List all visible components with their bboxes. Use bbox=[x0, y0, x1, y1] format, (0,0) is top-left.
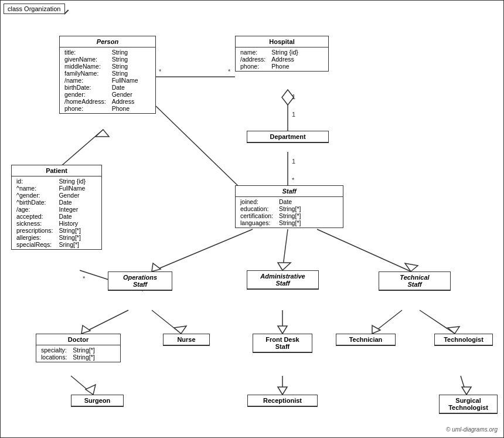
svg-marker-26 bbox=[174, 326, 186, 334]
class-technical-staff-header: TechnicalStaff bbox=[379, 272, 450, 290]
class-patient: Patient id:String {id} ^name:FullName ^g… bbox=[11, 165, 102, 250]
class-person: Person title:String givenName:String mid… bbox=[59, 36, 156, 114]
svg-marker-18 bbox=[152, 263, 161, 271]
svg-line-10 bbox=[59, 130, 103, 168]
class-nurse-header: Nurse bbox=[164, 334, 209, 345]
svg-line-25 bbox=[152, 310, 181, 334]
class-front-desk-staff: Front DeskStaff bbox=[253, 334, 312, 353]
class-patient-body: id:String {id} ^name:FullName ^gender:Ge… bbox=[12, 176, 101, 249]
class-technologist-header: Technologist bbox=[435, 334, 492, 345]
class-patient-header: Patient bbox=[12, 165, 101, 176]
uml-diagram: class Organization * * 1 1 1 * * * bbox=[0, 0, 504, 438]
class-hospital-header: Hospital bbox=[236, 36, 328, 47]
class-doctor-header: Doctor bbox=[36, 334, 120, 345]
class-surgical-technologist: SurgicalTechnologist bbox=[439, 395, 498, 414]
class-hospital: Hospital name:String {id} /address:Addre… bbox=[235, 36, 329, 72]
svg-text:1: 1 bbox=[292, 111, 295, 118]
svg-marker-32 bbox=[448, 327, 459, 334]
class-administrative-staff-header: AdministrativeStaff bbox=[247, 271, 318, 289]
class-surgeon-header: Surgeon bbox=[71, 395, 123, 406]
class-department-header: Department bbox=[247, 131, 328, 142]
class-doctor-body: specialty:String[*] locations:String[*] bbox=[36, 345, 120, 362]
svg-line-29 bbox=[372, 310, 402, 334]
class-hospital-body: name:String {id} /address:Address phone:… bbox=[236, 47, 328, 71]
class-surgeon: Surgeon bbox=[71, 395, 124, 407]
class-technical-staff: TechnicalStaff bbox=[379, 271, 451, 291]
svg-text:1: 1 bbox=[292, 158, 295, 165]
class-staff: Staff joined:Date education:String[*] ce… bbox=[235, 185, 343, 228]
svg-text:1: 1 bbox=[292, 93, 295, 100]
diagram-title: class Organization bbox=[4, 4, 65, 14]
svg-line-31 bbox=[420, 310, 455, 334]
class-receptionist: Receptionist bbox=[247, 395, 318, 407]
class-technician: Technician bbox=[336, 334, 396, 346]
svg-marker-11 bbox=[96, 130, 109, 137]
svg-text:*: * bbox=[159, 68, 162, 75]
class-department: Department bbox=[247, 131, 329, 143]
svg-marker-30 bbox=[372, 325, 380, 334]
svg-line-33 bbox=[71, 376, 93, 395]
svg-marker-22 bbox=[405, 263, 418, 271]
svg-line-37 bbox=[461, 376, 466, 395]
svg-marker-28 bbox=[278, 326, 287, 334]
svg-text:*: * bbox=[83, 275, 86, 282]
class-front-desk-staff-header: Front DeskStaff bbox=[253, 334, 312, 352]
svg-line-19 bbox=[282, 229, 288, 270]
copyright: © uml-diagrams.org bbox=[446, 426, 498, 433]
class-technician-header: Technician bbox=[336, 334, 395, 345]
svg-line-17 bbox=[152, 229, 253, 271]
svg-marker-24 bbox=[81, 325, 90, 334]
svg-marker-34 bbox=[86, 385, 96, 395]
class-doctor: Doctor specialty:String[*] locations:Str… bbox=[36, 334, 121, 362]
svg-line-23 bbox=[81, 310, 128, 334]
svg-marker-4 bbox=[282, 90, 294, 105]
class-operations-staff-header: OperationsStaff bbox=[108, 272, 172, 290]
class-person-header: Person bbox=[60, 36, 155, 47]
svg-text:*: * bbox=[228, 68, 231, 75]
class-nurse: Nurse bbox=[163, 334, 210, 346]
svg-text:*: * bbox=[292, 176, 295, 184]
svg-marker-20 bbox=[278, 263, 291, 270]
class-staff-header: Staff bbox=[236, 186, 343, 197]
svg-marker-36 bbox=[278, 387, 287, 395]
svg-line-21 bbox=[317, 229, 411, 271]
class-staff-body: joined:Date education:String[*] certific… bbox=[236, 197, 343, 228]
class-operations-staff: OperationsStaff bbox=[108, 271, 172, 291]
svg-marker-38 bbox=[462, 387, 471, 395]
class-person-body: title:String givenName:String middleName… bbox=[60, 47, 155, 113]
class-receptionist-header: Receptionist bbox=[248, 395, 317, 406]
class-surgical-technologist-header: SurgicalTechnologist bbox=[440, 395, 497, 413]
class-technologist: Technologist bbox=[434, 334, 493, 346]
class-administrative-staff: AdministrativeStaff bbox=[247, 270, 319, 290]
